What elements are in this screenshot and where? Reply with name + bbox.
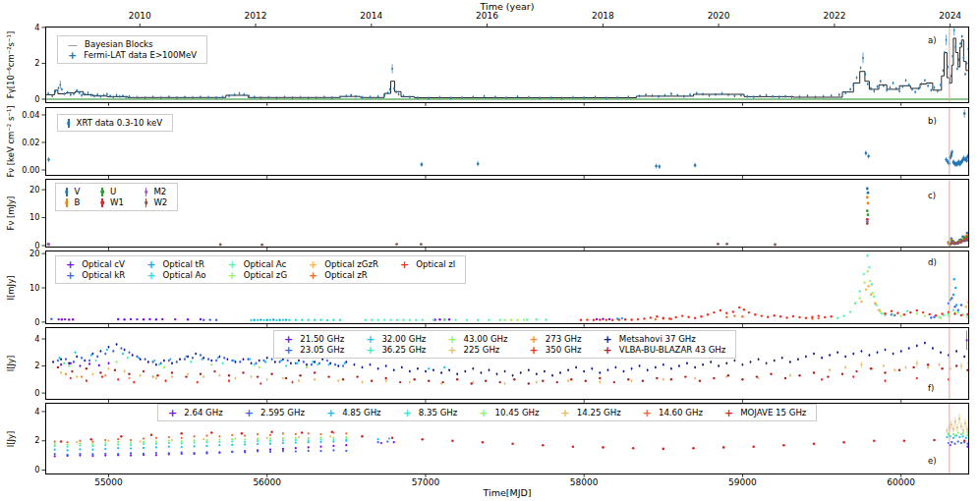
legend-entry: +225 GHz <box>447 345 507 355</box>
mjd-tick-label: 58000 <box>570 477 599 487</box>
year-tick-label: 2024 <box>939 11 961 21</box>
svg-text:0.02: 0.02 <box>22 138 39 147</box>
2-64-ghz-marker-icon: + <box>168 409 177 418</box>
mjd-tick-label: 60000 <box>887 477 915 487</box>
legend-entry-label: 36.25 GHz <box>381 345 426 355</box>
legend-entry-label: 23.05 GHz <box>300 345 344 355</box>
legend-entry-label: 4.85 GHz <box>342 408 381 418</box>
v-marker-icon <box>66 188 68 196</box>
w1-marker-icon <box>101 198 103 207</box>
legend-entry: +Optical Ao <box>146 270 205 280</box>
bottom-axis-title: Time[MJD] <box>484 487 532 498</box>
svg-text:4: 4 <box>34 407 39 417</box>
legend-entry: +273 GHz <box>530 334 582 344</box>
legend-entry-label: 8.35 GHz <box>419 408 458 418</box>
legend-entry-label: Optical tR <box>162 259 203 269</box>
32-00-ghz-marker-icon: + <box>366 335 375 344</box>
u-marker-icon <box>101 188 103 196</box>
legend-entry-label: W1 <box>110 197 124 207</box>
legend-entry-label: 225 GHz <box>464 345 500 355</box>
legend-entry-label: Fermi-LAT data E>100MeV <box>84 50 197 60</box>
4-85-ghz-marker-icon: + <box>326 409 335 418</box>
svg-text:0.00: 0.00 <box>22 165 39 175</box>
legend-entry-label: 14.25 GHz <box>577 408 621 418</box>
legend-entry-label: Optical zGzR <box>324 259 378 269</box>
year-tick-label: 2018 <box>592 11 614 21</box>
legend-entry-label: V <box>75 187 81 196</box>
225-ghz-marker-icon: + <box>447 346 456 355</box>
bayesian-blocks-marker-icon: — <box>68 40 78 49</box>
mjd-tick-label: 55000 <box>94 477 123 487</box>
fermi-lat-data-e-100mev-marker-icon: + <box>68 51 77 60</box>
legend-entry-label: 14.60 GHz <box>659 408 703 418</box>
legend-entry-label: U <box>110 187 116 196</box>
legend-entry: +Optical zR <box>309 270 378 280</box>
legend-entry-label: 21.50 GHz <box>300 334 344 344</box>
svg-text:2: 2 <box>34 435 39 445</box>
legend-entry: +2.595 GHz <box>245 408 305 418</box>
legend-entry-label: 2.595 GHz <box>260 408 305 418</box>
legend-panel-f: +21.50 GHz+23.05 GHz+32.00 GHz+36.25 GHz… <box>273 330 736 359</box>
panel-e-ylabel: I[Jy] <box>6 430 16 447</box>
legend-entry-label: Optical cV <box>82 259 125 269</box>
year-tick-label: 2014 <box>360 11 382 21</box>
legend-entry: B <box>66 197 80 207</box>
legend-entry: +MOJAVE 15 GHz <box>724 408 806 418</box>
legend-entry-label: MOJAVE 15 GHz <box>740 408 806 418</box>
350-ghz-marker-icon: + <box>530 346 539 355</box>
36-25-ghz-marker-icon: + <box>366 346 375 355</box>
legend-entry-label: Metsahovi 37 GHz <box>619 334 696 344</box>
legend-entry-label: 32.00 GHz <box>381 334 426 344</box>
panel-letter: f) <box>928 383 934 393</box>
legend-entry: +2.64 GHz <box>168 408 223 418</box>
legend-entry: +32.00 GHz <box>366 334 426 344</box>
w2-marker-icon <box>145 198 147 207</box>
legend-entry: +36.25 GHz <box>366 345 426 355</box>
21-50-ghz-marker-icon: + <box>284 335 293 344</box>
legend-entry: +14.60 GHz <box>643 408 703 418</box>
panel-c-ylabel: Fν [mJy] <box>6 196 16 231</box>
legend-entry-label: 10.45 GHz <box>495 408 540 418</box>
legend-entry: U <box>101 187 123 196</box>
legend-entry: +10.45 GHz <box>479 408 539 418</box>
legend-entry: +8.35 GHz <box>403 408 458 418</box>
273-ghz-marker-icon: + <box>530 335 539 344</box>
mjd-tick-label: 56000 <box>253 477 281 487</box>
multiwavelength-lightcurve-figure: Time (year) Time[MJD] 201020122014201620… <box>0 0 980 501</box>
legend-entry-label: Optical Ao <box>162 270 205 280</box>
legend-entry: +Optical zl <box>400 259 455 269</box>
legend-entry: +Optical kR <box>66 270 125 280</box>
svg-text:0: 0 <box>34 465 39 474</box>
legend-entry-label: M2 <box>153 187 166 196</box>
mojave-15-ghz-marker-icon: + <box>724 409 733 418</box>
legend-entry: W2 <box>145 197 167 207</box>
svg-text:4: 4 <box>34 23 39 32</box>
legend-entry-label: B <box>75 197 81 207</box>
legend-entry: +VLBA-BU-BLAZAR 43 GHz <box>604 345 726 355</box>
legend-entry: +Optical cV <box>66 259 125 269</box>
legend-panel-a: —Bayesian Blocks+Fermi-LAT data E>100MeV <box>57 35 207 64</box>
m2-marker-icon <box>145 188 147 196</box>
legend-entry-label: Optical zl <box>416 259 455 269</box>
optical-zgzr-marker-icon: + <box>309 260 317 269</box>
panel-f-ylabel: I[Jy] <box>6 356 16 372</box>
xrt-data-0-3-10-kev-marker-icon <box>68 119 70 128</box>
legend-entry: +Optical tR <box>146 259 205 269</box>
vlba-bu-blazar-43-ghz-marker-icon: + <box>604 346 612 355</box>
legend-panel-e: +2.64 GHz+2.595 GHz+4.85 GHz+8.35 GHz+10… <box>157 404 817 421</box>
panel-letter: d) <box>928 257 937 267</box>
legend-entry: +Optical zGzR <box>309 259 378 269</box>
panel-letter: c) <box>928 191 936 200</box>
svg-text:0: 0 <box>34 388 39 398</box>
optical-zr-marker-icon: + <box>309 271 317 280</box>
year-tick-label: 2020 <box>708 11 730 21</box>
legend-panel-c: VBUW1M2W2 <box>55 183 178 211</box>
optical-ao-marker-icon: + <box>146 271 155 280</box>
legend-entry: +Optical Ac <box>228 259 287 269</box>
8-35-ghz-marker-icon: + <box>403 409 412 418</box>
legend-entry-label: VLBA-BU-BLAZAR 43 GHz <box>619 345 726 355</box>
year-tick-label: 2012 <box>245 11 267 21</box>
panel-letter: b) <box>928 116 937 126</box>
legend-entry: —Bayesian Blocks <box>68 39 197 49</box>
legend-entry-label: W2 <box>153 197 167 207</box>
